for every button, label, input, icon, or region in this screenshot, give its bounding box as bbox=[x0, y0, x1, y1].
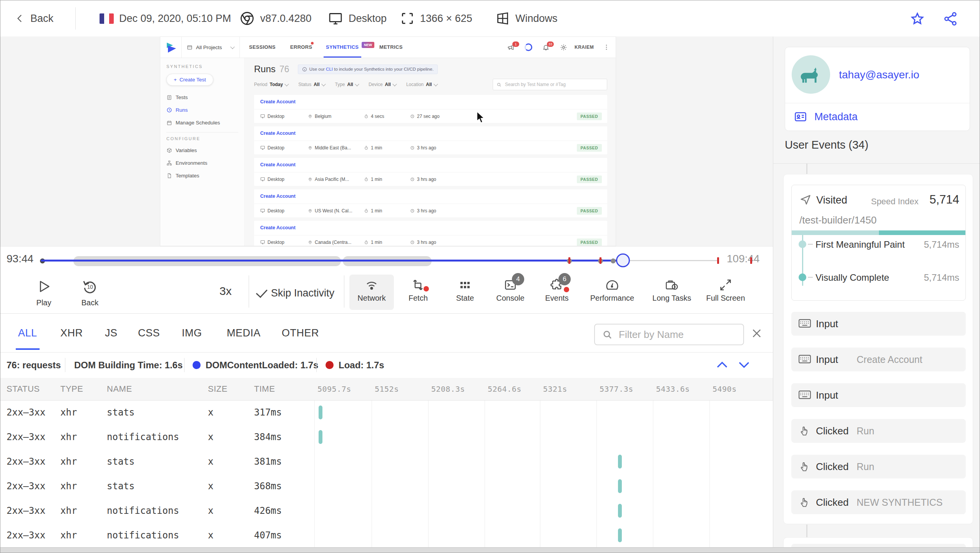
error-marker[interactable] bbox=[717, 257, 719, 264]
status-badge: PASSED bbox=[577, 207, 602, 215]
close-icon[interactable] bbox=[751, 327, 763, 339]
event-input[interactable]: Input Create Account bbox=[791, 348, 966, 371]
sidebar-item-runs[interactable]: Runs bbox=[166, 104, 244, 116]
location-pin-icon bbox=[308, 146, 312, 150]
filter-location[interactable]: LocationAll bbox=[406, 82, 437, 87]
sidebar-item-variables[interactable]: Variables bbox=[166, 144, 244, 157]
run-name[interactable]: Create Account bbox=[254, 221, 607, 235]
run-row[interactable]: Create Account Desktop Middle East (Ba..… bbox=[254, 126, 607, 154]
error-marker[interactable] bbox=[750, 257, 752, 264]
visited-event-card[interactable]: Visited Speed Index 5,714 /test-builder/… bbox=[791, 185, 966, 301]
request-row[interactable]: 2xx–3xxxhrstatsx368ms bbox=[0, 474, 773, 498]
sidebar-item-tests[interactable]: Tests bbox=[166, 91, 244, 104]
panel-long-tasks[interactable]: Long Tasks bbox=[647, 275, 697, 310]
waterfall-bar bbox=[319, 406, 322, 419]
location-pin-icon bbox=[308, 177, 312, 182]
sidebar-item-manage-schedules[interactable]: Manage Schedules bbox=[166, 116, 244, 129]
run-name[interactable]: Create Account bbox=[254, 95, 607, 109]
new-badge: NEW bbox=[362, 42, 374, 48]
request-row[interactable]: 2xx–3xxxhrnotificationsx384ms bbox=[0, 425, 773, 449]
clipboard-icon bbox=[166, 94, 172, 100]
fetch-red-dot bbox=[424, 286, 429, 291]
project-selector[interactable]: All Projects bbox=[181, 37, 240, 58]
tab-img[interactable]: IMG bbox=[182, 314, 202, 352]
run-row[interactable]: Create Account Desktop US West (N. Cal..… bbox=[254, 189, 607, 217]
test-search-input[interactable] bbox=[504, 81, 607, 88]
chevron-down-icon bbox=[321, 82, 326, 86]
speed-toggle[interactable]: 3x bbox=[219, 285, 232, 298]
mouse-cursor bbox=[476, 112, 487, 124]
panel-fetch[interactable]: Fetch bbox=[396, 275, 440, 310]
run-row[interactable]: Create Account Desktop Belgium 4 secs 27… bbox=[254, 95, 607, 123]
event-input[interactable]: Input bbox=[791, 383, 966, 407]
user-email-link[interactable]: tahay@asayer.io bbox=[839, 69, 919, 81]
sidebar-item-templates[interactable]: Templates bbox=[166, 169, 244, 182]
request-row[interactable]: 2xx–3xxxhrstatsx317ms bbox=[0, 400, 773, 425]
navigate-icon bbox=[799, 194, 812, 206]
filter-device[interactable]: DeviceAll bbox=[369, 82, 396, 87]
event-input[interactable]: Input bbox=[791, 312, 966, 336]
tab-other[interactable]: OTHER bbox=[282, 314, 319, 352]
favorite-star-icon[interactable] bbox=[910, 11, 925, 26]
back-10s-button[interactable]: 10 Back bbox=[73, 278, 107, 307]
chevron-down-icon[interactable] bbox=[737, 359, 751, 371]
request-row[interactable]: 2xx–3xxxhrnotificationsx407ms bbox=[0, 523, 773, 548]
run-row[interactable]: Create Account Desktop Asia Pacific (M..… bbox=[254, 158, 607, 186]
run-name[interactable]: Create Account bbox=[254, 126, 607, 141]
share-icon[interactable] bbox=[943, 11, 958, 26]
panel-performance[interactable]: Performance bbox=[586, 275, 638, 310]
panel-events[interactable]: 6 Events bbox=[535, 275, 579, 310]
back-button[interactable]: Back bbox=[15, 0, 53, 36]
playhead-knob[interactable] bbox=[616, 253, 630, 267]
request-row[interactable]: 2xx–3xxxhrstatsx381ms bbox=[0, 449, 773, 474]
next-events-card-partial bbox=[783, 537, 973, 547]
tab-css[interactable]: CSS bbox=[138, 314, 160, 352]
tab-sessions[interactable]: SESSIONS bbox=[249, 37, 276, 58]
panel-console[interactable]: 4 Console bbox=[488, 275, 533, 310]
panel-full-screen[interactable]: Full Screen bbox=[701, 275, 751, 310]
run-name[interactable]: Create Account bbox=[254, 158, 607, 172]
request-row[interactable]: 2xx–3xxxhrnotificationsx426ms bbox=[0, 498, 773, 523]
run-name[interactable]: Create Account bbox=[254, 189, 607, 204]
chevron-up-icon[interactable] bbox=[715, 359, 729, 371]
cli-link[interactable]: CLI bbox=[326, 67, 333, 71]
fmp-dot bbox=[799, 240, 806, 248]
chevron-down-icon bbox=[392, 82, 397, 86]
event-dot[interactable] bbox=[611, 258, 616, 263]
playback-timeline[interactable]: 93:44 109:44 bbox=[0, 246, 773, 270]
tab-errors[interactable]: ERRORS bbox=[290, 37, 312, 58]
error-marker[interactable] bbox=[568, 257, 570, 264]
run-row[interactable]: Create Account Desktop Canada (Centra...… bbox=[254, 221, 607, 246]
tab-all[interactable]: ALL bbox=[18, 314, 37, 352]
waterfall-bar bbox=[618, 455, 622, 469]
metadata-button[interactable]: Metadata bbox=[794, 110, 858, 124]
filter-type[interactable]: TypeAll bbox=[335, 82, 359, 87]
event-clicked[interactable]: Clicked Run bbox=[791, 419, 966, 443]
event-clicked[interactable]: Clicked Run bbox=[791, 455, 966, 478]
panel-network[interactable]: Network bbox=[349, 275, 394, 310]
skip-inactivity-toggle[interactable]: Skip Inactivity bbox=[259, 287, 334, 300]
tab-xhr[interactable]: XHR bbox=[60, 314, 83, 352]
bottom-scrollbar[interactable] bbox=[0, 547, 980, 553]
gear-icon[interactable] bbox=[560, 44, 567, 51]
tab-js[interactable]: JS bbox=[105, 314, 118, 352]
error-marker[interactable] bbox=[600, 257, 601, 264]
sidebar-item-environments[interactable]: Environments bbox=[166, 157, 244, 169]
play-button[interactable]: Play bbox=[27, 278, 61, 307]
filter-by-name-input[interactable] bbox=[618, 328, 748, 341]
tab-media[interactable]: MEDIA bbox=[227, 314, 261, 352]
filter-period[interactable]: PeriodToday bbox=[254, 82, 288, 87]
panel-state[interactable]: State bbox=[443, 275, 487, 310]
divider bbox=[773, 163, 980, 164]
tab-synthetics[interactable]: SYNTHETICS bbox=[326, 37, 359, 58]
monitor-icon bbox=[260, 208, 265, 213]
chevron-down-icon bbox=[355, 82, 359, 86]
event-clicked[interactable]: Clicked NEW SYNTHETICS bbox=[791, 490, 966, 514]
kebab-menu-icon[interactable] bbox=[603, 44, 610, 51]
pointer-hand-icon bbox=[798, 460, 810, 473]
create-test-button[interactable]: +Create Test bbox=[166, 74, 213, 86]
user-menu[interactable]: KRAIEM bbox=[575, 37, 594, 58]
screen-size-icon bbox=[400, 11, 415, 26]
filter-status[interactable]: StatusAll bbox=[298, 82, 325, 87]
tab-metrics[interactable]: METRICS bbox=[379, 37, 403, 58]
